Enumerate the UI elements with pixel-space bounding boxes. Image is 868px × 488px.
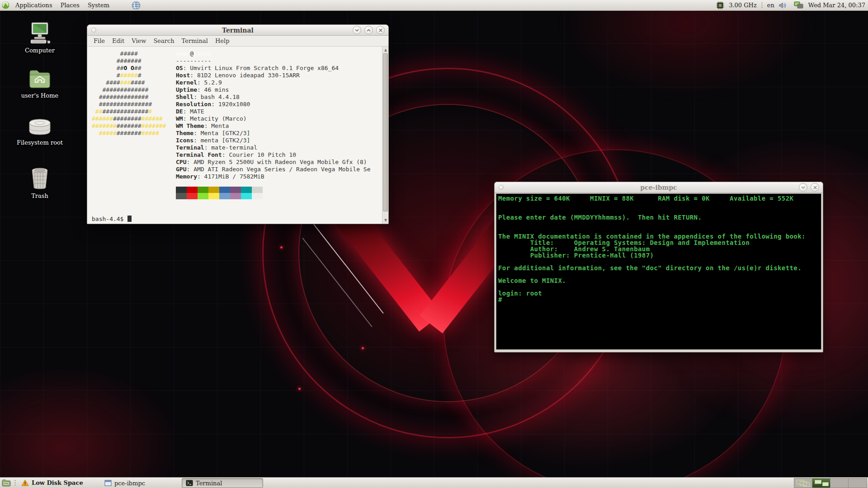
pce-window-title: pce-ibmpc bbox=[495, 184, 823, 191]
neofetch-info-row: Resolution: 868x488 bbox=[176, 101, 370, 108]
neofetch-info-row: Terminal: mate-terminal bbox=[176, 144, 370, 151]
palette-swatch bbox=[176, 193, 187, 199]
shell-prompt: bash-4.4$ bbox=[92, 216, 132, 222]
task-button-pce-ibmpc[interactable]: pce-ibmpc bbox=[100, 478, 182, 488]
workspace-3[interactable] bbox=[830, 479, 849, 488]
workspace-1[interactable] bbox=[794, 479, 812, 488]
palette-swatch bbox=[176, 187, 187, 193]
menu-applications[interactable]: Applications bbox=[11, 0, 57, 11]
browser-globe-icon[interactable] bbox=[132, 1, 141, 10]
palette-swatch bbox=[252, 193, 263, 199]
desktop-icon-label: user's Home bbox=[15, 92, 65, 99]
menu-search[interactable]: Search bbox=[150, 38, 178, 44]
menu-system[interactable]: System bbox=[84, 0, 113, 11]
hard-disk-icon bbox=[15, 114, 65, 136]
task-button-terminal[interactable]: Terminal bbox=[182, 478, 263, 488]
home-folder-icon bbox=[15, 67, 65, 89]
palette-swatch bbox=[219, 187, 230, 193]
close-button[interactable] bbox=[811, 183, 819, 192]
file-manager-icon[interactable] bbox=[2, 479, 11, 487]
scroll-up-arrow[interactable]: ▲ bbox=[383, 47, 388, 53]
computer-icon bbox=[15, 22, 65, 44]
palette-swatch bbox=[241, 193, 252, 199]
neofetch-info: user@linux----------OS: Umvirt Linux Fro… bbox=[176, 50, 370, 180]
bottom-taskbar: Low Disk Space pce-ibmpc Terminal bbox=[0, 477, 868, 488]
pce-ibmpc-window: pce-ibmpc Memory size = 640K MINIX = 88K… bbox=[494, 182, 823, 352]
palette-swatch bbox=[208, 187, 219, 193]
workspace-switcher[interactable] bbox=[794, 478, 867, 488]
scroll-down-arrow[interactable]: ▼ bbox=[383, 217, 388, 223]
alert-label: Low Disk Space bbox=[32, 479, 83, 486]
terminal-window-title: Terminal bbox=[87, 27, 388, 34]
minix-console-text: Memory size = 640K MINIX = 88K RAM disk … bbox=[496, 194, 821, 304]
task-label: Terminal bbox=[196, 480, 222, 487]
workspace-2-active[interactable] bbox=[812, 479, 830, 488]
palette-swatch bbox=[230, 193, 241, 199]
palette-swatch bbox=[187, 187, 198, 193]
distro-menu-icon[interactable] bbox=[2, 1, 9, 9]
maximize-button[interactable] bbox=[364, 26, 373, 34]
clock[interactable]: Wed Mar 24, 00:37 bbox=[808, 2, 865, 9]
wallpaper-dot bbox=[362, 347, 364, 349]
palette-swatch bbox=[187, 193, 198, 199]
network-icon[interactable] bbox=[794, 1, 804, 9]
neofetch-info-row: Terminal Font: Courier 10 Pitch 10 bbox=[176, 151, 370, 159]
terminal-cursor bbox=[127, 216, 132, 222]
neofetch-info-row: Theme: Menta [GTK2/3] bbox=[176, 130, 370, 137]
menu-file[interactable]: File bbox=[90, 38, 108, 44]
terminal-content[interactable]: ##### ####### ##O#O## ####### ##########… bbox=[87, 47, 388, 224]
terminal-titlebar[interactable]: Terminal bbox=[87, 25, 388, 36]
window-app-icon bbox=[499, 185, 504, 190]
desktop-icon-home[interactable]: user's Home bbox=[15, 67, 65, 99]
desktop-icon-label: Trash bbox=[15, 192, 65, 199]
taskbar-separator bbox=[14, 479, 16, 487]
palette-swatch bbox=[198, 193, 208, 199]
close-button[interactable] bbox=[376, 26, 385, 34]
terminal-window: Terminal File Edit View Search Terminal … bbox=[87, 24, 389, 224]
top-panel: Applications Places System 3.00 GHz en bbox=[0, 0, 868, 11]
panel-separator bbox=[761, 2, 763, 9]
menu-edit[interactable]: Edit bbox=[108, 38, 128, 44]
menu-help[interactable]: Help bbox=[212, 38, 233, 44]
neofetch-info-row: Icons: menta [GTK2/3] bbox=[176, 137, 370, 144]
palette-swatch bbox=[230, 187, 241, 193]
terminal-scrollbar[interactable]: ▲ ▼ bbox=[382, 47, 388, 224]
workspace-4[interactable] bbox=[849, 479, 867, 488]
minimize-button[interactable] bbox=[353, 26, 361, 34]
palette-swatch bbox=[208, 193, 219, 199]
menu-terminal[interactable]: Terminal bbox=[178, 38, 212, 44]
desktop-icon-computer[interactable]: Computer bbox=[15, 22, 65, 54]
neofetch-info-row: Memory: 4171MiB / 7582MiB bbox=[176, 173, 370, 180]
neofetch-info-row: OS: Umvirt Linux From Scratch 0.1 Forge … bbox=[176, 65, 370, 72]
scrollbar-thumb[interactable] bbox=[383, 53, 388, 211]
warning-icon bbox=[21, 479, 29, 486]
wallpaper-dot bbox=[280, 246, 283, 249]
wallpaper-dot bbox=[298, 388, 301, 390]
neofetch-info-row: Uptime: 46 mins bbox=[176, 86, 370, 94]
pce-titlebar[interactable]: pce-ibmpc bbox=[495, 182, 823, 193]
minimize-button[interactable] bbox=[799, 183, 807, 192]
menu-view[interactable]: View bbox=[128, 38, 150, 44]
neofetch-info-row: GPU: AMD ATI Radeon Vega Series / Radeon… bbox=[176, 166, 370, 173]
emulator-screen[interactable]: Memory size = 640K MINIX = 88K RAM disk … bbox=[496, 193, 821, 350]
volume-icon[interactable] bbox=[779, 2, 788, 9]
desktop-icon-trash[interactable]: Trash bbox=[15, 167, 65, 199]
neofetch-color-palette bbox=[176, 187, 263, 199]
low-disk-space-alert[interactable]: Low Disk Space bbox=[18, 479, 87, 486]
neofetch-ascii-logo: ##### ####### ##O#O## ####### ##########… bbox=[92, 50, 176, 180]
task-label: pce-ibmpc bbox=[114, 480, 145, 487]
neofetch-output: ##### ####### ##O#O## ####### ##########… bbox=[92, 50, 370, 180]
cpu-frequency-label: 3.00 GHz bbox=[729, 2, 757, 9]
neofetch-info-row: WM Theme: Menta bbox=[176, 122, 370, 130]
cpu-frequency-icon[interactable] bbox=[716, 1, 724, 9]
terminal-menubar: File Edit View Search Terminal Help bbox=[87, 36, 388, 47]
neofetch-info-row: Shell: bash 4.4.18 bbox=[176, 94, 370, 101]
palette-swatch bbox=[241, 187, 252, 193]
palette-swatch bbox=[252, 187, 263, 193]
trash-icon bbox=[15, 167, 65, 190]
neofetch-info-row: CPU: AMD Ryzen 5 2500U with Radeon Vega … bbox=[176, 159, 370, 166]
keyboard-layout-indicator[interactable]: en bbox=[767, 2, 774, 9]
menu-places[interactable]: Places bbox=[57, 0, 84, 11]
window-icon bbox=[104, 480, 112, 486]
desktop-icon-filesystem[interactable]: Filesystem root bbox=[15, 114, 65, 146]
